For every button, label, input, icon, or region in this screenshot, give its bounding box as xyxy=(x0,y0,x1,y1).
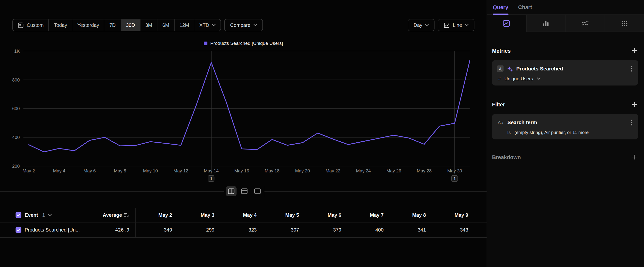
select-all-checkbox[interactable] xyxy=(16,212,21,218)
column-header[interactable]: May 6 xyxy=(305,208,347,222)
column-header[interactable]: May 2 xyxy=(136,208,178,222)
average-header-cell[interactable]: Average xyxy=(94,208,136,222)
range-12m-button[interactable]: 12M xyxy=(174,19,194,31)
add-metric-button[interactable] xyxy=(631,47,638,54)
chevron-down-icon[interactable] xyxy=(48,213,52,216)
range-xtd-button[interactable]: XTD xyxy=(194,19,221,31)
tab-label: Chart xyxy=(518,4,532,10)
column-header[interactable]: May 8 xyxy=(390,208,432,222)
granularity-label: Day xyxy=(414,22,422,28)
annotation-badge[interactable]: 1 xyxy=(452,175,458,182)
range-custom-button[interactable]: Custom xyxy=(13,19,49,31)
value-cell: 379 xyxy=(305,222,347,237)
granularity-button[interactable]: Day xyxy=(408,19,435,31)
layout-horizontal-split-icon xyxy=(241,188,248,194)
value-cell: 323 xyxy=(220,222,262,237)
line-chart[interactable]: 2004006008001KMay 2May 4May 6May 8May 10… xyxy=(0,39,486,187)
x-tick-label: May 4 xyxy=(53,168,66,173)
range-label: 3M xyxy=(145,22,152,28)
ai-sparkle-icon xyxy=(507,66,513,72)
value-cell: 400 xyxy=(347,222,390,237)
row-name-cell: Products Searched [Un... xyxy=(12,222,94,237)
range-today-button[interactable]: Today xyxy=(49,19,72,31)
range-label: 6M xyxy=(162,22,169,28)
average-value: 426.9 xyxy=(115,227,130,233)
column-header[interactable]: May 7 xyxy=(347,208,390,222)
filter-menu-button[interactable] xyxy=(630,118,633,127)
range-label: XTD xyxy=(199,22,209,28)
chart-area: Products Searched [Unique Users] 2004006… xyxy=(0,39,486,187)
x-tick-label: May 26 xyxy=(386,168,401,173)
tab-more-charts[interactable] xyxy=(605,15,644,32)
row-checkbox[interactable] xyxy=(16,227,21,233)
compare-button[interactable]: Compare xyxy=(224,19,263,31)
column-header[interactable]: May 4 xyxy=(220,208,262,222)
value-cell: 299 xyxy=(178,222,220,237)
tab-chart[interactable]: Chart xyxy=(518,0,532,15)
column-header-label: May 7 xyxy=(370,212,384,218)
column-header-label: May 4 xyxy=(243,212,257,218)
x-tick-label: May 12 xyxy=(174,168,188,173)
tab-area-chart[interactable] xyxy=(565,15,605,32)
table-row[interactable]: Products Searched [Un... 426.9 349 299 3… xyxy=(0,222,486,238)
range-label: 30D xyxy=(126,22,135,28)
event-count: 1 xyxy=(42,212,45,218)
chart-toolbar: Custom Today Yesterday 7D 30D 3M 6M 12M … xyxy=(12,19,474,31)
cell-value: 379 xyxy=(333,227,341,233)
x-tick-label: May 18 xyxy=(265,168,280,173)
layout-chart-only-button[interactable] xyxy=(239,186,250,196)
cell-value: 343 xyxy=(460,227,468,233)
metric-menu-button[interactable] xyxy=(630,65,633,73)
layout-toggle-group xyxy=(224,186,265,196)
layout-table-only-button[interactable] xyxy=(252,186,263,196)
x-tick-label: May 10 xyxy=(143,168,158,173)
cell-value: 307 xyxy=(291,227,299,233)
range-yesterday-button[interactable]: Yesterday xyxy=(72,19,104,31)
chevron-down-icon xyxy=(212,24,216,26)
x-tick-label: May 8 xyxy=(114,168,126,173)
chart-type-button[interactable]: Line xyxy=(438,19,474,31)
chevron-down-icon xyxy=(425,24,429,26)
metric-name: Products Searched xyxy=(516,66,627,71)
filter-property-name: Search term xyxy=(508,120,627,125)
filter-value: (empty string), Air purifier, or 11 more xyxy=(514,130,589,135)
line-chart-icon xyxy=(444,22,450,28)
filter-card[interactable]: Aa Search term Is (empty string), Air pu… xyxy=(492,114,638,139)
tab-line-chart[interactable] xyxy=(487,15,526,32)
metric-card[interactable]: A Products Searched # Unique Users xyxy=(492,60,638,86)
filter-card-title-row: Aa Search term xyxy=(497,118,633,127)
layout-single-pane-icon xyxy=(254,188,261,194)
tab-bar-chart[interactable] xyxy=(526,15,565,32)
x-tick-label: May 14 xyxy=(204,168,219,173)
add-filter-button[interactable] xyxy=(631,101,638,108)
range-6m-button[interactable]: 6M xyxy=(157,19,174,31)
string-property-icon: Aa xyxy=(497,119,504,126)
series-line[interactable] xyxy=(29,60,470,152)
layout-split-view-button[interactable] xyxy=(226,186,236,196)
column-header[interactable]: May 3 xyxy=(178,208,220,222)
y-tick-label: 800 xyxy=(12,77,20,83)
value-cell: 343 xyxy=(432,222,474,237)
plus-icon xyxy=(632,48,637,54)
results-table: Event 1 Average May 2 May 3 May xyxy=(0,208,486,238)
column-header[interactable]: May 5 xyxy=(262,208,305,222)
measure-selector[interactable]: # Unique Users xyxy=(497,76,633,81)
cell-value: 349 xyxy=(164,227,172,233)
column-header[interactable]: May 9 xyxy=(432,208,474,222)
date-range-segmented-control: Custom Today Yesterday 7D 30D 3M 6M 12M … xyxy=(12,19,221,31)
tab-query[interactable]: Query xyxy=(493,0,508,15)
breakdown-heading: Breakdown xyxy=(492,154,521,160)
range-30d-button[interactable]: 30D xyxy=(120,19,140,31)
value-cell: 349 xyxy=(136,222,178,237)
measure-type-icon: # xyxy=(498,76,500,81)
range-label: 7D xyxy=(110,22,116,28)
add-breakdown-button[interactable] xyxy=(631,153,638,161)
range-label: Yesterday xyxy=(78,22,99,28)
query-builder: Metrics A Products Searched xyxy=(487,47,644,161)
metric-series-badge: A xyxy=(497,65,504,72)
filter-condition[interactable]: Is (empty string), Air purifier, or 11 m… xyxy=(497,130,633,135)
range-3m-button[interactable]: 3M xyxy=(140,19,157,31)
annotation-badge[interactable]: 1 xyxy=(208,175,215,182)
value-cell: 341 xyxy=(390,222,432,237)
range-7d-button[interactable]: 7D xyxy=(104,19,120,31)
